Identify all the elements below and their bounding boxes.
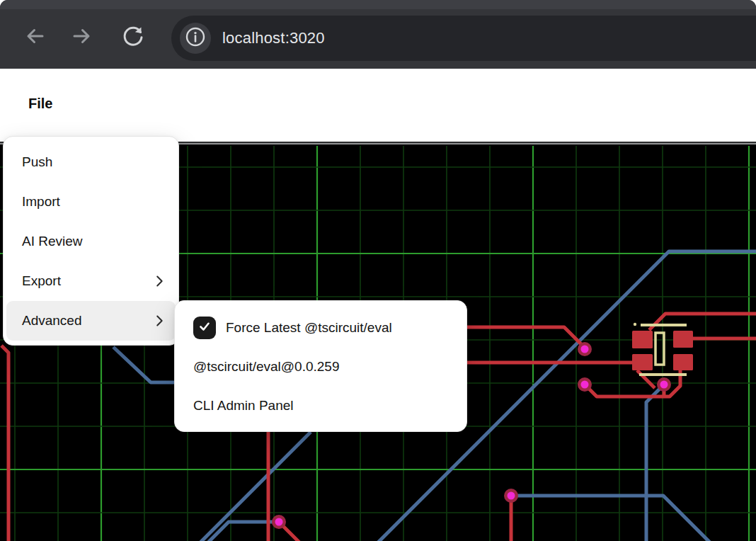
screen: { "browser": { "url": "localhost:3020", … [0,0,756,541]
menu-item-label: Import [22,194,167,210]
file-menu-dropdown: Push Import AI Review Export Advanced [3,136,179,346]
menu-item-label: Push [22,154,167,170]
menu-item-label: AI Review [22,234,167,249]
chevron-right-icon [151,313,167,329]
page-header: File [0,69,756,142]
forward-button[interactable] [71,23,96,49]
reload-icon [120,23,146,49]
menu-item-export[interactable]: Export [6,261,176,301]
advanced-submenu: Force Latest @tscircuit/eval @tscircuit/… [174,300,467,432]
menu-item-import[interactable]: Import [6,182,176,222]
arrow-left-icon [21,23,46,49]
submenu-item-label: CLI Admin Panel [193,398,455,414]
file-menu-button[interactable]: File [28,96,52,112]
menu-item-advanced[interactable]: Advanced [6,301,176,341]
reload-button[interactable] [120,23,146,49]
chevron-right-icon [151,273,167,289]
url-bar[interactable]: localhost:3020 [171,16,756,61]
site-info-button[interactable] [180,23,211,54]
menu-item-ai-review[interactable]: AI Review [6,222,176,261]
checkmark-icon [197,319,212,336]
submenu-item-label: @tscircuit/eval@0.0.259 [193,359,455,375]
checkbox-checked[interactable] [193,317,216,339]
arrow-right-icon [71,23,96,49]
browser-chrome: localhost:3020 [0,0,756,69]
url-text[interactable]: localhost:3020 [222,16,325,61]
submenu-item-label: Force Latest @tscircuit/eval [226,320,455,336]
submenu-item-eval-version[interactable]: @tscircuit/eval@0.0.259 [178,347,464,386]
submenu-item-cli-admin-panel[interactable]: CLI Admin Panel [178,386,464,425]
menu-item-label: Export [22,273,151,289]
info-icon [185,26,206,50]
tab-strip [0,0,756,9]
submenu-item-force-latest[interactable]: Force Latest @tscircuit/eval [178,308,464,347]
menu-item-push[interactable]: Push [6,142,176,182]
back-button[interactable] [21,23,46,49]
menu-item-label: Advanced [22,313,151,329]
